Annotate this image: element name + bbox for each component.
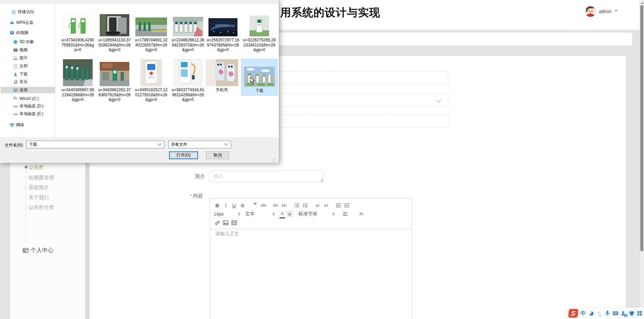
sidebar-item-carousel[interactable]: 轮播图管理 bbox=[29, 175, 54, 181]
sidebar-item-bulletin-category[interactable]: 公告栏分类 bbox=[29, 204, 54, 211]
paragraph-select[interactable]: 文本 bbox=[245, 210, 275, 218]
disk-c-icon bbox=[13, 96, 18, 101]
file-item[interactable]: 手机壳 bbox=[204, 58, 239, 93]
align-icon[interactable] bbox=[342, 210, 349, 218]
file-thumbnail bbox=[63, 59, 93, 86]
clean-format-button[interactable]: Tx bbox=[357, 210, 365, 218]
italic-button[interactable]: I bbox=[222, 202, 229, 209]
file-thumbnail bbox=[135, 17, 167, 36]
filename-value: 下载 bbox=[27, 142, 158, 147]
header-2-button[interactable]: H2 bbox=[281, 202, 288, 209]
bold-button[interactable]: B bbox=[214, 202, 221, 209]
underline-button[interactable]: U bbox=[230, 202, 238, 209]
menu-dot bbox=[25, 176, 28, 179]
editor-toolbar-row-2: 14px 文本 A A 标准字体 Tx bbox=[214, 210, 409, 218]
open-button[interactable]: 打开(O) bbox=[169, 151, 198, 159]
disk-icon bbox=[13, 104, 18, 109]
disk-icon bbox=[13, 112, 18, 116]
punctuation-icon[interactable]: ’, bbox=[595, 310, 603, 317]
user-badge-icon[interactable]: 18 bbox=[620, 310, 627, 317]
scrollbar-up-arrow[interactable] bbox=[641, 1, 644, 4]
ordered-list-icon[interactable] bbox=[293, 202, 300, 209]
file-thumbnail bbox=[208, 18, 237, 36]
indent-icon[interactable] bbox=[343, 202, 351, 209]
image-icon[interactable] bbox=[222, 219, 229, 226]
avatar-image bbox=[585, 5, 596, 17]
file-name: u=2246626612,3664226370&fm=26&gp=0 bbox=[170, 38, 205, 52]
text-color-button[interactable]: A bbox=[280, 210, 285, 218]
intro-textarea[interactable] bbox=[210, 170, 324, 182]
code-block-button[interactable]: </> bbox=[260, 202, 267, 209]
3d-cube-icon bbox=[13, 40, 18, 44]
computer-icon bbox=[10, 31, 14, 35]
skin-icon[interactable] bbox=[628, 310, 635, 317]
file-item[interactable]: u=37341906,4280755631&fm=26&gp=0 bbox=[60, 13, 95, 52]
chevron-down-icon[interactable] bbox=[614, 10, 618, 13]
file-name: u=3803774344,8198114298&fm=26&gp=0 bbox=[170, 87, 205, 102]
editor-placeholder[interactable]: 请输入正文 bbox=[215, 231, 238, 237]
avatar[interactable] bbox=[585, 5, 596, 17]
file-item[interactable]: u=1365941133,3791862446&fm=26&gp=0 bbox=[97, 13, 132, 52]
menu-dot-active bbox=[25, 166, 28, 169]
file-item[interactable]: u=3483862262,3763657625&fm=26&gp=0 bbox=[97, 58, 132, 102]
nav-item-wps-cloud[interactable]: WPS云盘 bbox=[1, 20, 63, 26]
strikethrough-button[interactable]: S bbox=[239, 202, 246, 209]
background-color-button[interactable]: A bbox=[286, 210, 293, 218]
superscript-button[interactable]: x2 bbox=[322, 202, 330, 209]
menu-dot bbox=[25, 196, 28, 199]
subscript-button[interactable]: x2 bbox=[314, 202, 321, 209]
chevron-down-icon[interactable] bbox=[224, 141, 228, 146]
intro-label: 简介 bbox=[195, 173, 205, 180]
file-item[interactable]: u=1789784691,3240228307&fm=26&gp=0 bbox=[134, 13, 169, 52]
outdent-icon[interactable] bbox=[335, 202, 342, 209]
font-size-select[interactable]: 14px bbox=[214, 210, 240, 218]
sidebar-item-about-us[interactable]: 关于我们 bbox=[29, 194, 49, 201]
file-name: u=3440385887,9821941588&fm=26&gp=0 bbox=[60, 87, 95, 102]
cancel-button[interactable]: 取消 bbox=[206, 151, 229, 159]
blockquote-button[interactable]: ” bbox=[251, 202, 259, 209]
filename-label: 文件名(N): bbox=[5, 142, 24, 148]
filename-combobox[interactable]: 下载 bbox=[26, 141, 164, 148]
file-item[interactable]: u=3803774344,8198114298&fm=26&gp=0 bbox=[170, 58, 205, 102]
file-item[interactable]: u=3490182527,1201279316&fm=26&gp=0 bbox=[134, 58, 169, 102]
file-item[interactable]: u=2246626612,3664226370&fm=26&gp=0 bbox=[170, 13, 205, 52]
file-name: u=3483862262,3763657625&fm=26&gp=0 bbox=[97, 87, 132, 102]
sidebar-item-bulletin[interactable]: 公告栏 bbox=[29, 164, 44, 171]
nav-item-network[interactable]: 网络 bbox=[1, 122, 63, 128]
nav-item-this-pc[interactable]: 此电脑 bbox=[1, 30, 63, 36]
file-item[interactable]: u=3440385887,9821941588&fm=26&gp=0 bbox=[60, 58, 95, 102]
header-1-button[interactable]: H1 bbox=[272, 202, 280, 209]
scrollbar-thumb[interactable] bbox=[640, 5, 643, 251]
sidebar-item-system-intro[interactable]: 系统简介 bbox=[29, 184, 49, 191]
file-item-selected[interactable]: 下载 bbox=[241, 59, 278, 96]
sidebar-item-personal-center[interactable]: 个人中心 bbox=[23, 246, 54, 254]
file-thumbnail bbox=[173, 59, 203, 86]
link-icon[interactable] bbox=[214, 219, 221, 226]
updown-arrows-icon bbox=[272, 212, 275, 216]
bullet-list-icon[interactable] bbox=[301, 202, 309, 209]
font-family-select[interactable]: 标准字体 bbox=[298, 210, 335, 218]
chinese-mode-icon[interactable]: 中 bbox=[579, 310, 587, 317]
username-label[interactable]: admin bbox=[599, 9, 612, 14]
sogou-logo-icon[interactable]: S bbox=[568, 309, 579, 318]
page-title: 用系统的设计与实现 bbox=[280, 5, 380, 20]
resize-grip[interactable] bbox=[271, 157, 276, 162]
required-asterisk: * bbox=[190, 193, 192, 199]
file-thumbnail bbox=[244, 67, 275, 87]
chevron-down-icon[interactable] bbox=[157, 141, 162, 146]
dialog-nav-pane: 快速访问 WPS云盘 此电脑 3D 对象 视频 图片 文档 下载 bbox=[0, 4, 55, 138]
voice-input-icon[interactable] bbox=[604, 310, 611, 317]
dialog-footer: 文件名(N): 下载 所有文件 打开(O) 取消 bbox=[0, 138, 279, 163]
file-thumbnail bbox=[206, 59, 238, 86]
editor-toolbar-row-1: B I U S ” </> H1 H2 bbox=[214, 201, 409, 210]
toolbox-icon[interactable] bbox=[636, 310, 643, 317]
menu-dot bbox=[25, 186, 28, 189]
video-icon[interactable] bbox=[230, 219, 238, 226]
updown-arrows-icon bbox=[238, 212, 240, 216]
file-item[interactable]: u=3226275265,2823184110&fm=26&gp=0 bbox=[242, 13, 277, 52]
file-item[interactable]: u=2562972977,1697437685&fm=26&gp=0 bbox=[205, 13, 240, 52]
soft-keyboard-icon[interactable] bbox=[612, 310, 619, 317]
rich-text-editor[interactable]: B I U S ” </> H1 H2 bbox=[210, 198, 412, 319]
filetype-combobox[interactable]: 所有文件 bbox=[168, 141, 231, 148]
night-mode-icon[interactable] bbox=[587, 310, 595, 317]
